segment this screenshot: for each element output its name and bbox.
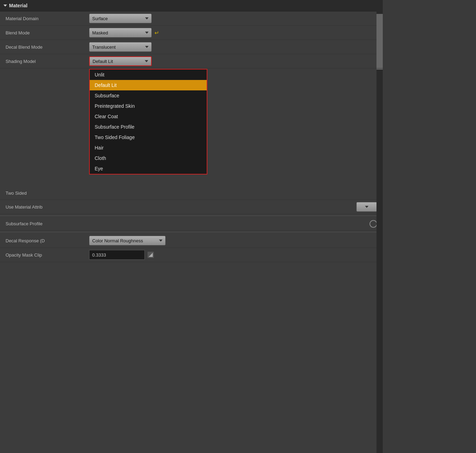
shading-option-preintegrated-skin[interactable]: Preintegrated Skin <box>90 101 207 111</box>
use-material-attrib-value <box>89 202 377 212</box>
shading-model-selected: Default Lit <box>93 59 113 64</box>
blend-mode-row: Blend Mode Masked ↵ <box>0 26 383 40</box>
use-material-attrib-arrow <box>365 206 368 208</box>
use-material-attrib-row: Use Material Attrib <box>0 200 383 214</box>
opacity-mask-clip-input[interactable] <box>89 250 145 260</box>
blend-mode-selected: Masked <box>92 30 108 35</box>
opacity-mask-clip-value <box>89 250 377 260</box>
subsurface-profile-row: Subsurface Profile <box>0 217 383 230</box>
separator-2 <box>0 232 383 232</box>
material-domain-value: Surface <box>89 14 377 23</box>
separator-1 <box>0 216 383 216</box>
shading-option-two-sided-foliage[interactable]: Two Sided Foliage <box>90 132 207 143</box>
use-material-attrib-label: Use Material Attrib <box>6 204 89 210</box>
shading-model-dropdown[interactable]: Default Lit <box>89 56 152 66</box>
shading-model-row: Shading Model Default Lit Unlit Default … <box>0 54 383 68</box>
decal-blend-mode-dropdown[interactable]: Translucent <box>89 42 152 52</box>
corner-arrow-icon <box>149 253 153 257</box>
two-sided-row: Two Sided <box>0 187 383 200</box>
shading-option-eye[interactable]: Eye <box>90 163 207 174</box>
blend-mode-dropdown[interactable]: Masked <box>89 28 152 38</box>
decal-blend-mode-arrow <box>145 46 149 48</box>
shading-option-subsurface[interactable]: Subsurface <box>90 90 207 101</box>
decal-response-value: Color Normal Roughness <box>89 236 377 245</box>
shading-model-menu: Unlit Default Lit Subsurface Preintegrat… <box>89 69 207 175</box>
shading-option-unlit[interactable]: Unlit <box>90 70 207 80</box>
decal-response-row: Decal Response (D Color Normal Roughness <box>0 234 383 248</box>
material-domain-dropdown[interactable]: Surface <box>89 14 152 23</box>
blend-mode-value: Masked ↵ <box>89 28 377 38</box>
material-domain-row: Material Domain Surface <box>0 11 383 26</box>
decal-response-selected: Color Normal Roughness <box>92 238 143 243</box>
decal-blend-mode-row: Decal Blend Mode Translucent <box>0 40 383 54</box>
shading-model-arrow <box>145 60 148 62</box>
material-domain-arrow <box>145 17 149 19</box>
subsurface-profile-value <box>89 220 377 228</box>
opacity-mask-clip-corner-icon[interactable] <box>148 252 154 258</box>
blend-mode-arrow <box>145 32 149 34</box>
shading-option-subsurface-profile[interactable]: Subsurface Profile <box>90 122 207 132</box>
shading-option-cloth[interactable]: Cloth <box>90 153 207 163</box>
use-material-attrib-dropdown[interactable] <box>356 202 377 212</box>
shading-model-label: Shading Model <box>6 59 89 64</box>
decal-response-label: Decal Response (D <box>6 238 89 243</box>
shading-option-hair[interactable]: Hair <box>90 143 207 153</box>
decal-blend-mode-value: Translucent <box>89 42 377 52</box>
svg-marker-0 <box>149 253 153 257</box>
decal-response-arrow <box>159 240 162 242</box>
material-domain-label: Material Domain <box>6 16 89 21</box>
decal-blend-mode-selected: Translucent <box>92 45 116 50</box>
section-header: Material <box>0 0 383 11</box>
shading-option-clear-coat[interactable]: Clear Coat <box>90 111 207 122</box>
section-title: Material <box>9 3 27 8</box>
shading-option-default-lit[interactable]: Default Lit <box>90 80 207 90</box>
blend-mode-label: Blend Mode <box>6 30 89 35</box>
collapse-icon[interactable] <box>3 5 7 7</box>
subsurface-profile-circle[interactable] <box>370 220 377 228</box>
material-panel: Material Material Domain Surface Blend M… <box>0 0 383 453</box>
shading-model-value: Default Lit <box>89 56 377 66</box>
subsurface-profile-label: Subsurface Profile <box>6 221 89 226</box>
decal-blend-mode-label: Decal Blend Mode <box>6 45 89 50</box>
blend-mode-reset-icon[interactable]: ↵ <box>154 30 159 36</box>
material-domain-selected: Surface <box>92 16 108 21</box>
two-sided-label: Two Sided <box>6 191 89 196</box>
decal-response-dropdown[interactable]: Color Normal Roughness <box>89 236 166 245</box>
opacity-mask-clip-row: Opacity Mask Clip <box>0 248 383 262</box>
opacity-mask-clip-label: Opacity Mask Clip <box>6 252 89 258</box>
